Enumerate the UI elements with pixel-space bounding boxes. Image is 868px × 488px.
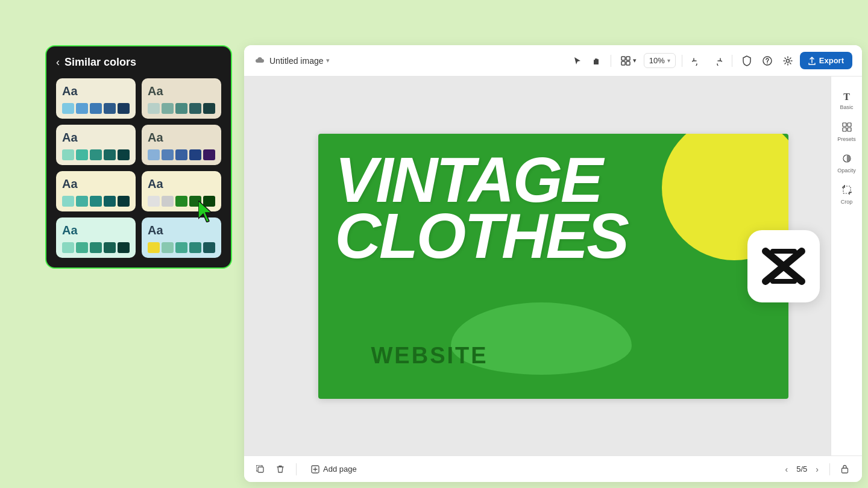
color-card-6[interactable]: Aa — [142, 171, 221, 211]
capcut-logo — [747, 230, 820, 302]
basic-tool-button[interactable]: T Basic — [835, 86, 859, 115]
redo-button[interactable] — [709, 52, 726, 69]
swatch — [118, 196, 130, 207]
card-7-swatches — [62, 242, 130, 253]
card-4-swatches — [148, 149, 215, 160]
opacity-icon — [842, 154, 852, 166]
canvas-background: VINTAGE CLOTHES WEBSITE — [318, 134, 788, 399]
crop-icon — [842, 185, 852, 197]
swatch — [175, 242, 187, 253]
toolbar: Untitled image ▾ — [244, 45, 862, 77]
card-3-aa: Aa — [62, 131, 130, 145]
side-tools-panel: T Basic Presets — [831, 77, 862, 455]
swatch — [162, 196, 174, 207]
card-2-swatches — [148, 103, 215, 114]
capcut-icon — [760, 245, 808, 287]
opacity-label: Opacity — [837, 167, 856, 174]
swatch — [118, 149, 130, 160]
color-card-7[interactable]: Aa — [56, 217, 136, 258]
document-title-text: Untitled image — [269, 56, 324, 66]
add-page-button[interactable]: Add page — [306, 462, 362, 476]
swatch — [62, 103, 74, 114]
swatch — [104, 196, 116, 207]
canvas[interactable]: VINTAGE CLOTHES WEBSITE — [318, 134, 788, 399]
swatch — [175, 196, 187, 207]
swatch — [203, 103, 215, 114]
swatch — [76, 149, 88, 160]
panel-title: Similar colors — [64, 56, 136, 69]
card-1-swatches — [62, 103, 130, 114]
svg-rect-7 — [626, 57, 630, 60]
page-indicator: 5/5 — [796, 465, 807, 474]
bottom-bar-right: ‹ 5/5 › — [782, 461, 852, 477]
svg-rect-16 — [848, 128, 851, 131]
svg-rect-5 — [594, 62, 599, 64]
color-card-1[interactable]: Aa — [56, 78, 136, 119]
total-pages: 5 — [803, 465, 807, 474]
back-button[interactable]: ‹ — [56, 56, 60, 69]
toolbar-divider-1 — [611, 55, 611, 67]
hand-tool-button[interactable] — [589, 52, 605, 69]
bottom-right-divider — [829, 463, 830, 475]
card-8-aa: Aa — [148, 224, 215, 237]
settings-button[interactable] — [779, 52, 796, 69]
svg-rect-8 — [621, 61, 625, 65]
crop-label: Crop — [841, 199, 853, 205]
zoom-level: 10% — [649, 56, 665, 65]
help-button[interactable] — [759, 52, 776, 69]
card-7-aa: Aa — [62, 224, 130, 237]
svg-rect-13 — [843, 123, 846, 127]
swatch — [175, 103, 187, 114]
card-5-swatches — [62, 196, 130, 207]
swatch — [90, 242, 102, 253]
card-4-aa: Aa — [148, 131, 215, 145]
canvas-headline: VINTAGE CLOTHES — [335, 152, 627, 264]
opacity-tool-button[interactable]: Opacity — [835, 149, 859, 178]
toolbar-right: ▾ 10% ▾ — [570, 52, 852, 70]
copy-page-button[interactable] — [254, 463, 267, 476]
export-button[interactable]: Export — [800, 52, 852, 69]
current-page: 5 — [796, 465, 800, 474]
swatch — [148, 196, 160, 207]
swatch — [76, 196, 88, 207]
svg-rect-9 — [626, 61, 630, 65]
website-text: WEBSITE — [371, 343, 488, 369]
next-page-button[interactable]: › — [812, 463, 822, 475]
vintage-text: VINTAGE — [335, 152, 627, 208]
svg-point-11 — [767, 63, 767, 63]
color-card-3[interactable]: Aa — [56, 125, 136, 165]
swatch — [62, 242, 74, 253]
undo-button[interactable] — [688, 52, 705, 69]
svg-rect-21 — [842, 468, 848, 473]
similar-colors-panel: ‹ Similar colors Aa Aa — [45, 45, 232, 269]
swatch — [148, 103, 160, 114]
prev-page-button[interactable]: ‹ — [782, 463, 792, 475]
color-card-5[interactable]: Aa — [56, 171, 136, 211]
presets-label: Presets — [837, 136, 856, 142]
document-title[interactable]: Untitled image ▾ — [269, 56, 330, 66]
swatch — [90, 196, 102, 207]
canvas-wrapper[interactable]: VINTAGE CLOTHES WEBSITE T — [244, 77, 862, 455]
swatch — [90, 149, 102, 160]
swatch — [162, 242, 174, 253]
swatch — [104, 242, 116, 253]
swatch — [189, 149, 201, 160]
delete-page-button[interactable] — [274, 463, 286, 476]
zoom-control[interactable]: 10% ▾ — [644, 53, 676, 68]
swatch — [104, 149, 116, 160]
swatch — [76, 103, 88, 114]
layout-dropdown-arrow: ▾ — [633, 57, 637, 64]
select-tool-button[interactable] — [570, 53, 585, 69]
shield-button[interactable] — [738, 52, 755, 70]
presets-tool-button[interactable]: Presets — [835, 117, 859, 146]
color-card-2[interactable]: Aa — [142, 78, 221, 119]
crop-tool-button[interactable]: Crop — [835, 180, 859, 209]
svg-rect-14 — [848, 123, 851, 127]
layout-button[interactable]: ▾ — [617, 52, 640, 69]
lock-button[interactable] — [837, 461, 852, 477]
card-5-aa: Aa — [62, 177, 130, 191]
swatch — [189, 103, 201, 114]
card-6-aa: Aa — [148, 177, 215, 191]
card-1-aa: Aa — [62, 84, 130, 98]
color-card-4[interactable]: Aa — [142, 125, 221, 165]
